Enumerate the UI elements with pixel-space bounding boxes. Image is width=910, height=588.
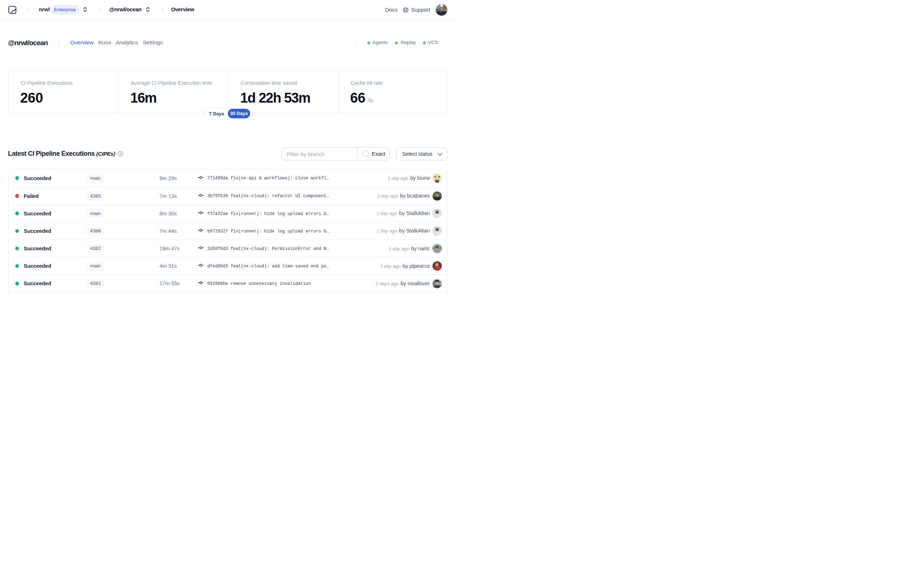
svg-text:?: ? [119,151,121,155]
